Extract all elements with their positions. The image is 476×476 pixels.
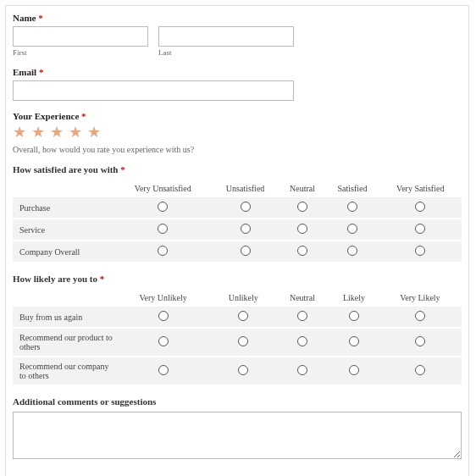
email-input[interactable] xyxy=(13,80,294,101)
experience-required: * xyxy=(81,111,86,121)
first-name-col: First xyxy=(13,26,148,57)
radio-option[interactable] xyxy=(158,246,168,256)
radio-option[interactable] xyxy=(347,224,357,234)
radio-option[interactable] xyxy=(297,336,307,346)
radio-option[interactable] xyxy=(415,224,425,234)
email-label-text: Email xyxy=(13,67,36,77)
table-row: Recommend our product to others xyxy=(13,328,462,357)
col-header: Very Unlikely xyxy=(114,289,212,307)
comments-section: Additional comments or suggestions xyxy=(13,396,462,461)
radio-option[interactable] xyxy=(415,202,425,212)
star-icon[interactable]: ★ xyxy=(69,125,82,140)
radio-option[interactable] xyxy=(297,365,307,375)
radio-option[interactable] xyxy=(297,311,307,321)
last-name-col: Last xyxy=(158,26,294,57)
radio-option[interactable] xyxy=(238,365,248,375)
radio-option[interactable] xyxy=(241,202,251,212)
likelihood-matrix: Very Unlikely Unlikely Neutral Likely Ve… xyxy=(13,289,462,385)
col-header: Very Likely xyxy=(379,289,462,307)
radio-option[interactable] xyxy=(158,202,168,212)
experience-section: Your Experience * ★ ★ ★ ★ ★ Overall, how… xyxy=(13,111,462,154)
table-row: Recommend our company to others xyxy=(13,357,462,385)
satisfaction-matrix: Very Unsatisfied Unsatisfied Neutral Sat… xyxy=(13,180,462,262)
col-header: Unsatisfied xyxy=(212,180,280,197)
radio-option[interactable] xyxy=(238,311,248,321)
radio-option[interactable] xyxy=(349,365,359,375)
radio-option[interactable] xyxy=(415,311,425,321)
radio-option[interactable] xyxy=(349,311,359,321)
survey-form: Name * First Last Email * Your Experienc… xyxy=(5,5,469,476)
row-label: Purchase xyxy=(13,197,114,219)
matrix2-required: * xyxy=(100,274,105,284)
email-section: Email * xyxy=(13,67,462,101)
col-header: Neutral xyxy=(280,180,326,197)
col-header: Likely xyxy=(329,289,378,307)
name-required: * xyxy=(38,13,43,23)
radio-option[interactable] xyxy=(347,246,357,256)
matrix1-question-text: How satisfied are you with xyxy=(13,164,118,174)
radio-option[interactable] xyxy=(415,246,425,256)
radio-option[interactable] xyxy=(158,311,169,321)
first-name-input[interactable] xyxy=(13,26,148,47)
table-row: Buy from us again xyxy=(13,307,462,328)
col-header: Very Satisfied xyxy=(379,180,462,197)
radio-option[interactable] xyxy=(349,336,359,346)
name-inputs-row: First Last xyxy=(13,26,462,57)
star-icon[interactable]: ★ xyxy=(31,125,45,140)
experience-label: Your Experience * xyxy=(13,111,462,121)
row-label: Company Overall xyxy=(13,241,114,262)
star-rating[interactable]: ★ ★ ★ ★ ★ xyxy=(13,125,462,140)
radio-option[interactable] xyxy=(415,365,425,375)
email-label: Email * xyxy=(13,67,462,77)
name-label: Name * xyxy=(13,13,462,23)
radio-option[interactable] xyxy=(297,202,307,212)
first-name-sublabel: First xyxy=(13,48,148,57)
experience-label-text: Your Experience xyxy=(13,111,79,121)
last-name-sublabel: Last xyxy=(158,48,294,57)
col-header: Satisfied xyxy=(325,180,379,197)
radio-option[interactable] xyxy=(415,336,425,346)
radio-option[interactable] xyxy=(241,224,251,234)
col-header: Very Unsatisfied xyxy=(114,180,212,197)
radio-option[interactable] xyxy=(241,246,251,256)
matrix1-question: How satisfied are you with * xyxy=(13,164,462,174)
table-row: Service xyxy=(13,219,462,241)
radio-option[interactable] xyxy=(297,246,307,256)
radio-option[interactable] xyxy=(158,336,169,346)
radio-option[interactable] xyxy=(158,224,168,234)
radio-option[interactable] xyxy=(297,224,307,234)
name-label-text: Name xyxy=(13,13,36,23)
radio-option[interactable] xyxy=(158,365,169,375)
row-label: Buy from us again xyxy=(13,307,114,328)
matrix2-question: How likely are you to * xyxy=(13,274,462,284)
row-label: Recommend our product to others xyxy=(13,328,114,357)
row-label: Service xyxy=(13,219,114,241)
star-icon[interactable]: ★ xyxy=(50,125,64,140)
col-header: Unlikely xyxy=(212,289,274,307)
star-icon[interactable]: ★ xyxy=(87,125,101,140)
comments-textarea[interactable] xyxy=(13,412,462,459)
radio-option[interactable] xyxy=(347,202,357,212)
table-row: Company Overall xyxy=(13,241,462,262)
matrix2-question-text: How likely are you to xyxy=(13,274,97,284)
radio-option[interactable] xyxy=(238,336,248,346)
table-row: Purchase xyxy=(13,197,462,219)
matrix1-required: * xyxy=(120,164,125,174)
star-icon[interactable]: ★ xyxy=(13,125,26,140)
email-required: * xyxy=(39,67,44,77)
experience-desc: Overall, how would you rate you experien… xyxy=(13,145,462,154)
last-name-input[interactable] xyxy=(158,26,294,47)
col-header: Neutral xyxy=(275,289,330,307)
comments-label: Additional comments or suggestions xyxy=(13,396,462,407)
row-label: Recommend our company to others xyxy=(13,357,114,385)
